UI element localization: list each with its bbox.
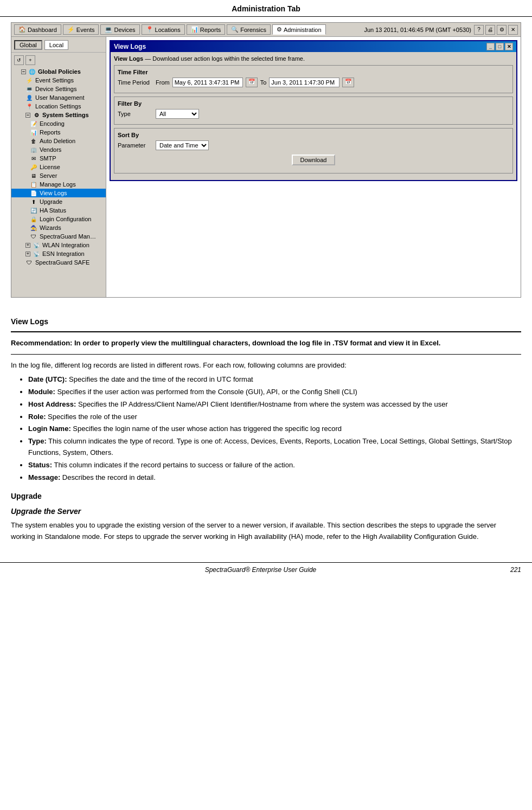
global-policies-icon: 🌐	[28, 68, 36, 75]
sidebar-item-esn-integration[interactable]: + 📡 ESN Integration	[11, 249, 106, 258]
upgrade-para: The system enables you to upgrade the ex…	[11, 520, 521, 543]
intro-para: In the log file, different log records a…	[11, 360, 521, 371]
sidebar-item-device-settings[interactable]: 💻 Device Settings	[11, 85, 106, 93]
download-button[interactable]: Download	[292, 155, 336, 165]
view-logs-icon: 📄	[30, 189, 37, 197]
expand-icon-esn: +	[25, 252, 30, 256]
rule-heavy-1	[11, 331, 521, 332]
tab-reports[interactable]: 📊 Reports	[187, 24, 226, 35]
screenshot-container: 🏠 Dashboard ⚡ Events 💻 Devices 📍 Locatio…	[11, 22, 521, 298]
global-btn[interactable]: Global	[14, 40, 42, 50]
dialog-body: View Logs — Download user action logs wi…	[111, 52, 516, 180]
server-icon: 🖥	[30, 172, 37, 179]
dialog-title-text: View Logs	[114, 43, 146, 50]
sidebar-item-spectraguard-safe[interactable]: 🛡 SpectraGuard SAFE	[11, 258, 106, 267]
sidebar-item-wizards[interactable]: 🧙 Wizards	[11, 223, 106, 232]
from-date-input[interactable]	[172, 78, 243, 87]
list-item: Module: Specifies if the user action was…	[28, 387, 521, 398]
tab-devices[interactable]: 💻 Devices	[100, 24, 139, 35]
events-icon: ⚡	[67, 26, 75, 33]
smtp-icon: ✉	[30, 155, 37, 162]
to-calendar-btn[interactable]: 📅	[342, 78, 354, 87]
sidebar-item-spectraguard-manager[interactable]: 🛡 SpectraGuard Manager Config...	[11, 232, 106, 241]
dashboard-icon: 🏠	[18, 26, 26, 33]
section-upgrade-title: Upgrade	[11, 492, 521, 500]
from-calendar-btn[interactable]: 📅	[246, 78, 258, 87]
sidebar-item-location-settings[interactable]: 📍 Location Settings	[11, 102, 106, 111]
list-item: Login Name: Specifies the login name of …	[28, 423, 521, 435]
dialog-close-btn[interactable]: ✕	[505, 43, 513, 50]
type-select[interactable]: All	[156, 109, 199, 119]
sidebar-item-wlan-integration[interactable]: + 📡 WLAN Integration	[11, 241, 106, 249]
sidebar-item-view-logs[interactable]: 📄 View Logs	[11, 189, 106, 197]
sidebar-item-system-settings[interactable]: − ⚙ System Settings	[11, 111, 106, 119]
locations-icon: 📍	[146, 26, 153, 33]
sidebar-add-icon[interactable]: +	[25, 55, 35, 65]
tab-locations[interactable]: 📍 Locations	[142, 24, 185, 35]
parameter-select[interactable]: Date and Time	[156, 140, 209, 150]
spectraguard-safe-icon: 🛡	[25, 259, 33, 266]
dialog-title-bar: View Logs _ □ ✕	[111, 41, 516, 52]
auto-deletion-icon: 🗑	[30, 137, 37, 145]
footer-text: SpectraGuard® Enterprise User Guide	[205, 566, 317, 574]
nav-tabs: 🏠 Dashboard ⚡ Events 💻 Devices 📍 Locatio…	[14, 24, 326, 35]
sidebar-item-user-management[interactable]: 👤 User Management	[11, 93, 106, 102]
tab-dashboard[interactable]: 🏠 Dashboard	[14, 24, 61, 35]
dialog-controls: _ □ ✕	[486, 43, 513, 50]
tab-events[interactable]: ⚡ Events	[63, 24, 99, 35]
sidebar-item-vendors[interactable]: 🏢 Vendors	[11, 145, 106, 154]
close-icon-btn[interactable]: ✕	[508, 25, 518, 35]
screen-body: Global Local ↺ + − 🌐 Global Policies ⚡ E…	[11, 37, 521, 297]
sort-by-section: Sort By Parameter Date and Time Download	[114, 128, 513, 173]
global-local-switcher: Global Local	[11, 39, 106, 53]
settings-icon-btn[interactable]: ⚙	[497, 25, 507, 35]
filter-by-section: Filter By Type All	[114, 97, 513, 125]
sidebar-item-license[interactable]: 🔑 License	[11, 163, 106, 171]
expand-icon: −	[21, 69, 26, 74]
datetime-display: Jun 13 2011, 01:46:45 PM (GMT +0530)	[364, 27, 471, 33]
tab-administration[interactable]: ⚙ Administration	[272, 24, 326, 35]
sidebar-item-login-configuration[interactable]: 🔒 Login Configuration	[11, 215, 106, 223]
sidebar-item-smtp[interactable]: ✉ SMTP	[11, 154, 106, 163]
to-date-input[interactable]	[269, 78, 339, 87]
print-icon-btn[interactable]: 🖨	[485, 25, 495, 35]
sidebar-item-encoding[interactable]: 📝 Encoding	[11, 119, 106, 128]
sidebar-item-auto-deletion[interactable]: 🗑 Auto Deletion	[11, 137, 106, 145]
sidebar-item-server[interactable]: 🖥 Server	[11, 171, 106, 180]
list-item: Role: Specifies the role of the user	[28, 412, 521, 423]
time-filter-title: Time Filter	[118, 69, 509, 75]
list-item: Date (UTC): Specifies the date and the t…	[28, 374, 521, 385]
sidebar: Global Local ↺ + − 🌐 Global Policies ⚡ E…	[11, 37, 106, 297]
ha-status-icon: 🔄	[30, 207, 37, 214]
dialog-minimize-btn[interactable]: _	[486, 43, 495, 50]
sidebar-item-event-settings[interactable]: ⚡ Event Settings	[11, 76, 106, 85]
sidebar-item-reports[interactable]: 📊 Reports	[11, 128, 106, 137]
columns-list: Date (UTC): Specifies the date and the t…	[28, 374, 521, 483]
screen-topbar: 🏠 Dashboard ⚡ Events 💻 Devices 📍 Locatio…	[11, 23, 521, 37]
vendors-icon: 🏢	[30, 146, 37, 153]
spectraguard-manager-icon: 🛡	[30, 233, 37, 240]
sidebar-item-manage-logs[interactable]: 📋 Manage Logs	[11, 180, 106, 189]
view-logs-dialog: View Logs _ □ ✕ View Logs — Download use…	[110, 40, 517, 181]
section-upgrade-server-title: Upgrade the Server	[11, 507, 521, 516]
location-settings-icon: 📍	[25, 102, 33, 110]
sidebar-item-upgrade[interactable]: ⬆ Upgrade	[11, 197, 106, 206]
upgrade-icon: ⬆	[30, 198, 37, 205]
page-footer: SpectraGuard® Enterprise User Guide 221	[0, 562, 532, 577]
sidebar-refresh-icon[interactable]: ↺	[14, 55, 24, 65]
local-btn[interactable]: Local	[44, 40, 68, 50]
dialog-maximize-btn[interactable]: □	[496, 43, 504, 50]
footer-page: 221	[510, 566, 521, 574]
tab-forensics[interactable]: 🔍 Forensics	[227, 24, 271, 35]
list-item: Host Address: Specifies the IP Address/C…	[28, 399, 521, 410]
reports-sub-icon: 📊	[30, 128, 37, 136]
filter-by-title: Filter By	[118, 100, 509, 107]
sidebar-item-global-policies[interactable]: − 🌐 Global Policies	[11, 67, 106, 76]
filter-by-row: Type All	[118, 109, 509, 119]
doc-body: View Logs Recommendation: In order to pr…	[0, 303, 532, 551]
help-icon-btn[interactable]: ?	[474, 25, 484, 35]
esn-integration-icon: 📡	[33, 250, 40, 258]
sidebar-item-ha-status[interactable]: 🔄 HA Status	[11, 206, 106, 215]
expand-icon-sys: −	[25, 113, 30, 118]
parameter-label: Parameter	[118, 142, 153, 149]
